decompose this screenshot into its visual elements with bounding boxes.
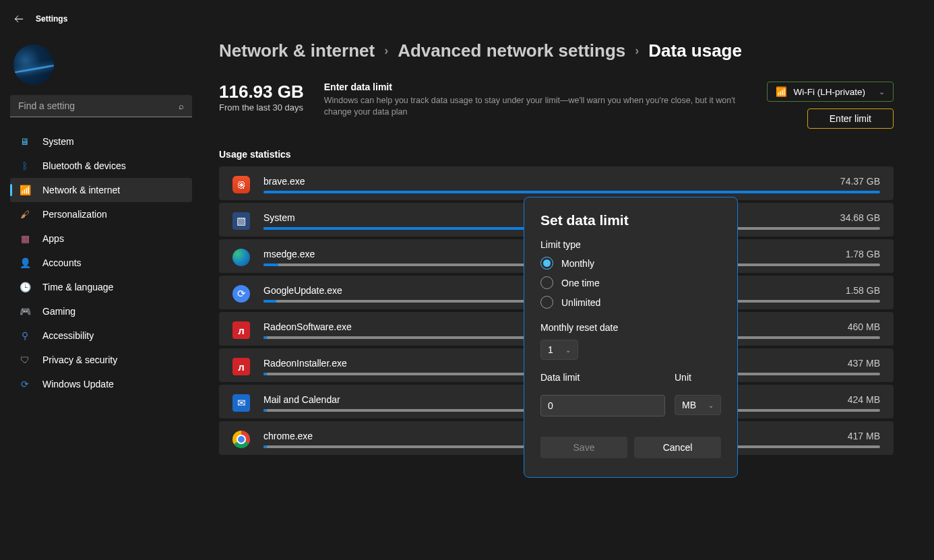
radio-icon: [540, 296, 553, 309]
ic-game-icon: 🎮: [20, 306, 30, 317]
sidebar-item-network-internet[interactable]: 📶Network & internet: [10, 178, 192, 202]
app-title: Settings: [36, 14, 67, 24]
sidebar-item-accounts[interactable]: 👤Accounts: [10, 251, 192, 275]
save-button[interactable]: Save: [540, 437, 627, 458]
sidebar-item-accessibility[interactable]: ⚲Accessibility: [10, 323, 192, 348]
app-name: Mail and Calendar: [263, 394, 340, 405]
dialog-title: Set data limit: [540, 212, 721, 228]
ic-bt-icon: ᛒ: [20, 160, 30, 171]
cancel-button[interactable]: Cancel: [634, 437, 721, 458]
app-icon: л: [232, 358, 250, 375]
app-icon: [232, 249, 250, 266]
sidebar-item-privacy-security[interactable]: 🛡Privacy & security: [10, 348, 192, 372]
breadcrumb-advanced[interactable]: Advanced network settings: [398, 40, 625, 61]
app-usage-value: 1.78 GB: [846, 249, 880, 259]
radio-unlimited[interactable]: Unlimited: [540, 296, 721, 309]
usage-bar: [263, 191, 880, 193]
app-usage-value: 424 MB: [848, 394, 880, 405]
breadcrumb: Network & internet › Advanced network se…: [219, 40, 894, 61]
sidebar-item-windows-update[interactable]: ⟳Windows Update: [10, 372, 192, 396]
unit-label: Unit: [675, 372, 721, 383]
sidebar-item-bluetooth-devices[interactable]: ᛒBluetooth & devices: [10, 154, 192, 178]
search-input[interactable]: [18, 100, 179, 111]
chevron-down-icon: ⌄: [879, 88, 885, 96]
wifi-icon: 📶: [776, 86, 787, 97]
ic-net-icon: 📶: [20, 185, 30, 195]
sidebar-item-label: Time & language: [42, 282, 113, 292]
ic-acct-icon: 👤: [20, 257, 30, 268]
ic-wu-icon: ⟳: [20, 379, 30, 390]
radio-one-time[interactable]: One time: [540, 276, 721, 289]
chevron-down-icon: ⌄: [565, 346, 571, 354]
network-selector-label: Wi-Fi (LH-private): [794, 87, 866, 97]
network-selector-dropdown[interactable]: 📶 Wi-Fi (LH-private) ⌄: [767, 82, 894, 102]
chevron-right-icon: ›: [635, 44, 639, 58]
enter-data-limit-desc: Windows can help you track data usage to…: [324, 95, 742, 118]
app-icon: ▧: [232, 212, 250, 230]
ic-pers-icon: 🖌: [20, 209, 30, 220]
app-name: RadeonInstaller.exe: [263, 358, 347, 369]
sidebar-item-label: Network & internet: [42, 185, 120, 195]
back-button[interactable]: 🡠: [14, 13, 24, 24]
app-name: RadeonSoftware.exe: [263, 321, 352, 332]
sidebar-item-label: Privacy & security: [42, 354, 117, 365]
sidebar-item-time-language[interactable]: 🕒Time & language: [10, 275, 192, 299]
app-name: GoogleUpdate.exe: [263, 285, 342, 296]
app-usage-value: 74.37 GB: [840, 176, 880, 187]
chevron-down-icon: ⌄: [708, 402, 714, 409]
app-usage-value: 417 MB: [848, 431, 880, 441]
sidebar-item-label: Gaming: [42, 306, 75, 317]
radio-label: One time: [561, 278, 600, 288]
sidebar-item-label: Accounts: [42, 257, 82, 268]
radio-icon: [540, 276, 553, 289]
total-usage-period: From the last 30 days: [219, 102, 304, 113]
app-usage-value: 437 MB: [848, 358, 880, 369]
breadcrumb-network[interactable]: Network & internet: [219, 40, 375, 61]
ic-priv-icon: 🛡: [20, 354, 30, 365]
enter-limit-button[interactable]: Enter limit: [807, 108, 894, 129]
search-box[interactable]: ⌕: [10, 95, 192, 117]
data-limit-input[interactable]: [540, 395, 665, 416]
sidebar-item-apps[interactable]: ▦Apps: [10, 226, 192, 251]
chevron-right-icon: ›: [384, 44, 388, 58]
data-limit-label: Data limit: [540, 372, 665, 383]
sidebar-item-gaming[interactable]: 🎮Gaming: [10, 299, 192, 323]
radio-label: Monthly: [561, 258, 594, 269]
app-name: chrome.exe: [263, 431, 313, 441]
radio-icon: [540, 257, 553, 270]
app-usage-value: 34.68 GB: [840, 212, 880, 223]
radio-monthly[interactable]: Monthly: [540, 257, 721, 270]
sidebar-item-label: Accessibility: [42, 330, 94, 341]
reset-date-label: Monthly reset date: [540, 322, 721, 333]
app-icon: ֍: [232, 176, 250, 193]
app-icon: ✉: [232, 394, 250, 412]
total-usage-value: 116.93 GB: [219, 82, 304, 102]
sidebar-item-label: System: [42, 136, 74, 147]
ic-apps-icon: ▦: [20, 233, 30, 244]
unit-dropdown[interactable]: MB ⌄: [675, 395, 721, 415]
enter-data-limit-title: Enter data limit: [324, 82, 742, 92]
ic-acc-icon: ⚲: [20, 330, 30, 341]
search-icon: ⌕: [179, 101, 184, 111]
ic-sys-icon: 🖥: [20, 136, 30, 147]
sidebar-item-label: Apps: [42, 233, 64, 244]
reset-date-dropdown[interactable]: 1 ⌄: [540, 340, 578, 360]
app-name: brave.exe: [263, 176, 305, 187]
limit-type-label: Limit type: [540, 239, 721, 250]
radio-label: Unlimited: [561, 297, 600, 308]
set-data-limit-dialog: Set data limit Limit type MonthlyOne tim…: [524, 197, 738, 478]
app-icon: [232, 431, 250, 448]
sidebar-item-personalization[interactable]: 🖌Personalization: [10, 202, 192, 226]
avatar[interactable]: [13, 44, 54, 85]
app-usage-value: 460 MB: [848, 321, 880, 332]
sidebar-item-system[interactable]: 🖥System: [10, 129, 192, 154]
app-usage-value: 1.58 GB: [846, 285, 880, 296]
app-name: msedge.exe: [263, 249, 315, 259]
app-name: System: [263, 212, 295, 223]
sidebar-item-label: Personalization: [42, 209, 107, 220]
app-icon: ⟳: [232, 285, 250, 303]
usage-statistics-title: Usage statistics: [219, 149, 894, 160]
sidebar-item-label: Windows Update: [42, 379, 114, 390]
breadcrumb-current: Data usage: [648, 40, 742, 61]
app-icon: л: [232, 321, 250, 339]
